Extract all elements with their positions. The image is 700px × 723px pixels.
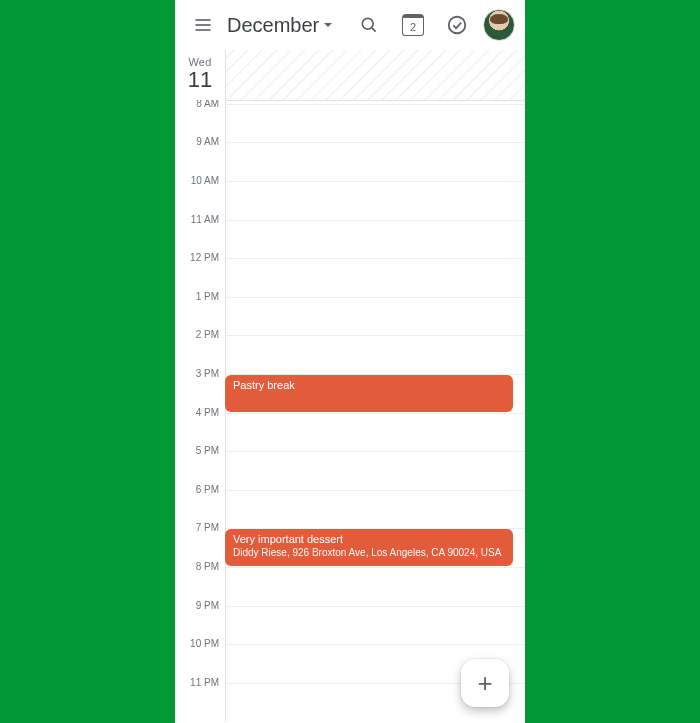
menu-icon[interactable]	[185, 7, 221, 43]
hour-label: 2 PM	[175, 329, 225, 340]
calendar-event[interactable]: Very important dessertDiddy Riese, 926 B…	[225, 529, 513, 566]
day-of-month: 11	[175, 68, 225, 92]
hour-label: 9 PM	[175, 600, 225, 611]
all-day-area[interactable]	[225, 50, 525, 101]
hour-label: 11 PM	[175, 677, 225, 688]
hour-label: 10 AM	[175, 175, 225, 186]
hour-label: 10 PM	[175, 638, 225, 649]
hour-label: 12 PM	[175, 252, 225, 263]
event-title: Very important dessert	[233, 533, 505, 546]
day-header-row: Wed 11	[175, 50, 525, 100]
account-avatar[interactable]	[483, 9, 515, 41]
today-button[interactable]: 2	[395, 7, 431, 43]
event-title: Pastry break	[233, 379, 505, 392]
app-header: December 2	[175, 0, 525, 50]
hour-label: 5 PM	[175, 445, 225, 456]
hour-label: 4 PM	[175, 407, 225, 418]
day-grid[interactable]: 1 AM2 AM3 AM4 AM5 AM6 AM7 AM8 AM9 AM10 A…	[175, 100, 525, 723]
day-label[interactable]: Wed 11	[175, 50, 225, 92]
svg-line-4	[372, 28, 376, 32]
chevron-down-icon	[323, 20, 333, 30]
calendar-app: December 2	[175, 0, 525, 723]
hour-label: 8 AM	[175, 100, 225, 109]
events-layer: Pastry breakVery important dessertDiddy …	[225, 100, 513, 721]
calendar-day-icon: 2	[402, 14, 424, 36]
svg-point-3	[362, 18, 373, 29]
month-picker[interactable]: December	[227, 14, 333, 37]
event-subtitle: Diddy Riese, 926 Broxton Ave, Los Angele…	[233, 546, 505, 559]
hour-label: 6 PM	[175, 484, 225, 495]
hour-label: 1 PM	[175, 291, 225, 302]
hour-label: 9 AM	[175, 136, 225, 147]
month-label: December	[227, 14, 319, 37]
search-icon[interactable]	[351, 7, 387, 43]
today-chip-day: 2	[410, 21, 416, 33]
hour-label: 8 PM	[175, 561, 225, 572]
hour-label: 3 PM	[175, 368, 225, 379]
tasks-icon[interactable]	[439, 7, 475, 43]
hour-label: 11 AM	[175, 214, 225, 225]
create-event-fab[interactable]: +	[461, 659, 509, 707]
calendar-event[interactable]: Pastry break	[225, 375, 513, 412]
svg-point-5	[449, 17, 466, 34]
plus-icon: +	[477, 668, 492, 699]
hour-label: 7 PM	[175, 522, 225, 533]
